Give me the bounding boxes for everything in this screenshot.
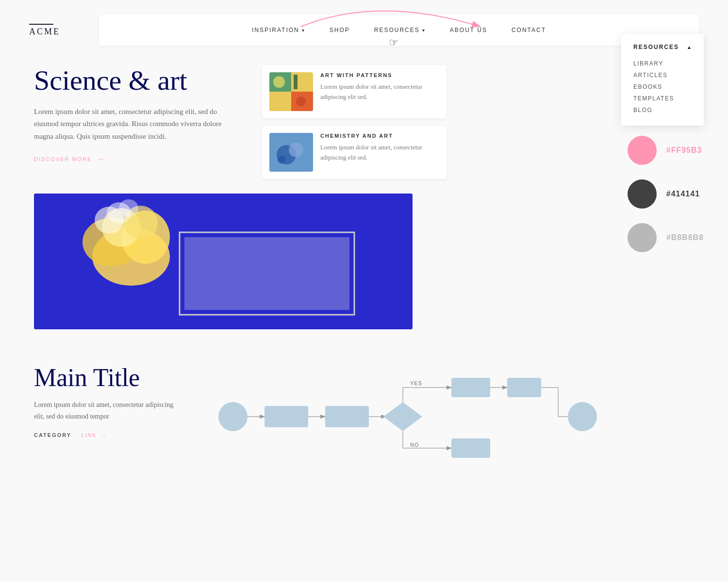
bottom-meta: CATEGORY LINK → xyxy=(34,432,180,438)
left-content: Science & art Lorem ipsum dolor sit amet… xyxy=(34,65,243,179)
dropdown-title: RESOURCES xyxy=(633,44,679,50)
discover-more-link[interactable]: DISCOVER MORE → xyxy=(34,155,243,163)
resources-dropdown: RESOURCES ▲ LIBRARY ARTICLES EBOOKS TEMP… xyxy=(621,34,704,126)
bottom-left: Main Title Lorem ipsum dolor sit amet, c… xyxy=(34,363,180,460)
swatch-row-4: #B8B8B8 xyxy=(628,223,704,252)
nav-item-resources[interactable]: RESOURCES ▾ ☞ xyxy=(374,27,426,33)
chevron-down-icon-resources: ▾ xyxy=(422,28,426,33)
dropdown-item-blog[interactable]: BLOG xyxy=(633,104,692,116)
category-label: CATEGORY xyxy=(34,432,71,438)
svg-rect-34 xyxy=(507,378,541,397)
content-section: Science & art Lorem ipsum dolor sit amet… xyxy=(0,50,728,194)
dropdown-header: RESOURCES ▲ xyxy=(633,44,692,50)
swatch-pink xyxy=(628,136,657,165)
svg-rect-24 xyxy=(265,406,308,427)
swatch-gray xyxy=(628,223,657,252)
logo-area: ACME xyxy=(29,24,60,37)
card-title-chem: CHEMISTRY AND ART xyxy=(320,133,439,139)
nav-item-about[interactable]: ABOUT US xyxy=(450,27,487,33)
chevron-down-icon: ▾ xyxy=(302,28,305,33)
swatch-label-pink: #FF95B3 xyxy=(666,146,702,155)
card-image-art xyxy=(269,72,313,111)
swatch-label-dark: #414141 xyxy=(666,190,700,198)
swatch-row-3: #414141 xyxy=(628,179,704,209)
svg-text:NO: NO xyxy=(410,442,419,448)
card-image-chem xyxy=(269,133,313,172)
card-art-patterns: ART WITH PATTERNS Lorem ipsum dolor sit … xyxy=(262,65,447,118)
card-body-art: ART WITH PATTERNS Lorem ipsum dolor sit … xyxy=(320,72,439,111)
dropdown-item-ebooks[interactable]: EBOOKS xyxy=(633,81,692,93)
svg-point-22 xyxy=(218,402,248,431)
hero-image xyxy=(34,194,413,329)
dropdown-item-articles[interactable]: ARTICLES xyxy=(633,69,692,81)
svg-point-42 xyxy=(568,402,597,431)
dropdown-item-templates[interactable]: TEMPLATES xyxy=(633,93,692,104)
hero-image-section xyxy=(0,194,728,329)
svg-point-9 xyxy=(289,143,303,157)
hero-description: Lorem ipsum dolor sit amet, consectetur … xyxy=(34,106,243,143)
svg-rect-5 xyxy=(294,75,298,89)
logo-text[interactable]: ACME xyxy=(29,27,60,37)
nav-item-shop[interactable]: SHOP xyxy=(330,27,350,33)
nav-item-inspiration[interactable]: INSPIRATION ▾ xyxy=(252,27,305,33)
hero-title: Science & art xyxy=(34,65,243,96)
svg-point-10 xyxy=(278,156,285,163)
card-title-art: ART WITH PATTERNS xyxy=(320,72,439,78)
dropdown-item-library[interactable]: LIBRARY xyxy=(633,58,692,69)
swatch-label-gray: #B8B8B8 xyxy=(666,233,704,242)
cursor-icon: ☞ xyxy=(389,36,399,49)
flowchart: YES NO xyxy=(209,363,694,460)
bottom-link[interactable]: LINK → xyxy=(81,432,107,438)
svg-rect-32 xyxy=(451,378,490,397)
main-title: Main Title xyxy=(34,363,180,392)
nav-item-contact[interactable]: CONTACT xyxy=(512,27,546,33)
main-description: Lorem ipsum dolor sit amet, consectetur … xyxy=(34,399,180,422)
flowchart-svg: YES NO xyxy=(209,363,597,460)
card-body-chem: CHEMISTRY AND ART Lorem ipsum dolor sit … xyxy=(320,133,439,172)
svg-rect-13 xyxy=(184,237,349,310)
swatch-row-2: #FF95B3 xyxy=(628,136,704,165)
card-chemistry-art: CHEMISTRY AND ART Lorem ipsum dolor sit … xyxy=(262,126,447,179)
dropdown-chevron-icon: ▲ xyxy=(687,45,692,50)
page-wrapper: ACME INSPIRATION ▾ SHOP RESOURCES ▾ ☞ AB… xyxy=(0,0,728,480)
svg-point-4 xyxy=(273,76,285,88)
svg-text:YES: YES xyxy=(410,380,422,386)
cards-section: ART WITH PATTERNS Lorem ipsum dolor sit … xyxy=(262,65,447,179)
svg-rect-26 xyxy=(325,406,369,427)
svg-marker-28 xyxy=(383,402,422,431)
arrow-right-icon: → xyxy=(97,155,106,163)
logo-line xyxy=(29,24,53,25)
card-text-chem: Lorem ipsum dolor sit amet, consectetur … xyxy=(320,143,439,163)
navigation-section: ACME INSPIRATION ▾ SHOP RESOURCES ▾ ☞ AB… xyxy=(0,0,728,46)
svg-rect-40 xyxy=(451,438,490,458)
swatch-dark xyxy=(628,179,657,209)
bottom-section: Main Title Lorem ipsum dolor sit amet, c… xyxy=(0,344,728,480)
svg-point-6 xyxy=(296,97,306,106)
arrow-right-icon-bottom: → xyxy=(101,432,107,438)
main-nav: INSPIRATION ▾ SHOP RESOURCES ▾ ☞ ABOUT U… xyxy=(99,15,699,46)
svg-point-21 xyxy=(119,199,138,217)
card-text-art: Lorem ipsum dolor sit amet, consectetur … xyxy=(320,82,439,102)
